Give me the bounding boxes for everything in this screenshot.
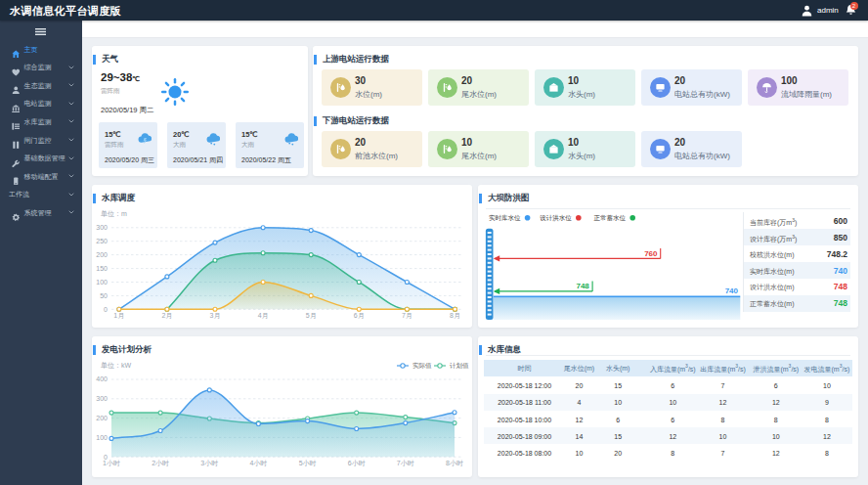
svg-text:1小时: 1小时 xyxy=(103,460,120,466)
svg-text:150: 150 xyxy=(96,265,108,272)
svg-text:5小时: 5小时 xyxy=(299,460,317,466)
svg-text:实时库水位: 实时库水位 xyxy=(489,214,521,221)
svg-text:正常蓄水位: 正常蓄水位 xyxy=(594,214,627,221)
svg-text:50: 50 xyxy=(100,292,108,299)
svg-text:100: 100 xyxy=(96,279,108,286)
svg-text:200: 200 xyxy=(96,415,108,421)
svg-text:4小时: 4小时 xyxy=(249,460,267,466)
svg-text:250: 250 xyxy=(96,238,108,244)
svg-text:7月: 7月 xyxy=(402,312,412,320)
svg-text:7小时: 7小时 xyxy=(397,460,414,466)
svg-text:200: 200 xyxy=(96,251,108,258)
svg-text:计划值: 计划值 xyxy=(450,362,469,369)
svg-text:2月: 2月 xyxy=(161,312,172,320)
svg-text:748: 748 xyxy=(576,282,589,290)
svg-text:100: 100 xyxy=(96,434,108,441)
svg-text:6月: 6月 xyxy=(354,312,365,320)
svg-text:1月: 1月 xyxy=(113,312,124,320)
svg-text:300: 300 xyxy=(96,224,108,231)
svg-text:实际值: 实际值 xyxy=(412,362,432,370)
svg-text:3月: 3月 xyxy=(210,312,221,320)
svg-text:2小时: 2小时 xyxy=(152,460,169,466)
svg-text:0: 0 xyxy=(104,306,108,313)
svg-text:8月: 8月 xyxy=(450,312,460,320)
svg-text:单位：m: 单位：m xyxy=(101,210,127,217)
svg-text:6小时: 6小时 xyxy=(348,460,366,466)
svg-text:4月: 4月 xyxy=(258,312,269,320)
svg-text:3小时: 3小时 xyxy=(200,460,218,466)
svg-text:300: 300 xyxy=(96,395,108,402)
svg-text:单位：kW: 单位：kW xyxy=(101,362,132,369)
svg-text:740: 740 xyxy=(725,287,739,295)
svg-text:8小时: 8小时 xyxy=(446,460,463,466)
svg-text:设计洪水位: 设计洪水位 xyxy=(540,214,572,222)
svg-text:5月: 5月 xyxy=(306,312,317,320)
svg-text:760: 760 xyxy=(644,249,658,258)
svg-text:400: 400 xyxy=(96,375,108,382)
